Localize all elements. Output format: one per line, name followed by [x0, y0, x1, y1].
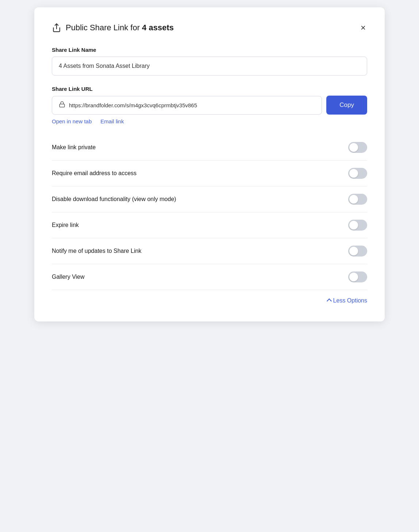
toggle-slider-expire-link: [348, 220, 367, 231]
copy-button[interactable]: Copy: [326, 96, 367, 115]
toggle-slider-require-email: [348, 168, 367, 179]
url-links: Open in new tab Email link: [52, 118, 367, 124]
toggle-switch-notify-updates[interactable]: [348, 246, 367, 257]
less-options-button[interactable]: Less Options: [327, 297, 367, 304]
toggle-row-require-email: Require email address to access: [52, 161, 367, 186]
toggle-row-gallery-view: Gallery View: [52, 264, 367, 290]
toggle-row-expire-link: Expire link: [52, 212, 367, 238]
lock-icon: [59, 101, 65, 109]
share-link-name-input[interactable]: [52, 57, 367, 76]
toggle-label-make-link-private: Make link private: [52, 144, 96, 151]
open-in-new-tab-link[interactable]: Open in new tab: [52, 118, 92, 124]
share-link-url-section: Share Link URL Copy Open in new tab Emai…: [52, 86, 367, 124]
toggle-section: Make link privateRequire email address t…: [52, 135, 367, 290]
footer: Less Options: [52, 292, 367, 304]
toggle-label-require-email: Require email address to access: [52, 170, 137, 177]
toggle-slider-gallery-view: [348, 271, 367, 282]
toggle-switch-disable-download[interactable]: [348, 194, 367, 205]
modal-header: Public Share Link for 4 assets ×: [52, 22, 367, 34]
share-link-name-section: Share Link Name: [52, 47, 367, 76]
share-link-url-label: Share Link URL: [52, 86, 367, 92]
url-input[interactable]: [69, 96, 315, 114]
url-input-wrapper: [52, 96, 322, 115]
toggle-slider-make-link-private: [348, 142, 367, 153]
toggle-row-disable-download: Disable download functionality (view onl…: [52, 186, 367, 212]
title-bold: 4 assets: [142, 23, 174, 32]
toggle-row-make-link-private: Make link private: [52, 135, 367, 161]
toggle-switch-gallery-view[interactable]: [348, 271, 367, 282]
toggle-slider-notify-updates: [348, 246, 367, 257]
less-options-label: Less Options: [333, 297, 367, 304]
toggle-switch-expire-link[interactable]: [348, 220, 367, 231]
toggle-label-disable-download: Disable download functionality (view onl…: [52, 196, 176, 203]
email-link[interactable]: Email link: [100, 118, 124, 124]
toggle-row-notify-updates: Notify me of updates to Share Link: [52, 238, 367, 264]
share-link-name-label: Share Link Name: [52, 47, 367, 53]
modal-header-left: Public Share Link for 4 assets: [52, 23, 174, 32]
toggle-switch-make-link-private[interactable]: [348, 142, 367, 153]
toggle-slider-disable-download: [348, 194, 367, 205]
toggle-label-expire-link: Expire link: [52, 222, 79, 228]
svg-rect-1: [59, 104, 65, 107]
close-button[interactable]: ×: [359, 22, 367, 34]
chevron-up-icon: [327, 298, 332, 304]
toggle-switch-require-email[interactable]: [348, 168, 367, 179]
url-row: Copy: [52, 96, 367, 115]
toggle-label-gallery-view: Gallery View: [52, 274, 85, 280]
toggle-label-notify-updates: Notify me of updates to Share Link: [52, 248, 141, 254]
modal-title: Public Share Link for 4 assets: [66, 23, 174, 32]
title-prefix: Public Share Link for: [66, 23, 142, 32]
public-share-link-modal: Public Share Link for 4 assets × Share L…: [34, 7, 385, 321]
share-icon: [52, 23, 61, 32]
